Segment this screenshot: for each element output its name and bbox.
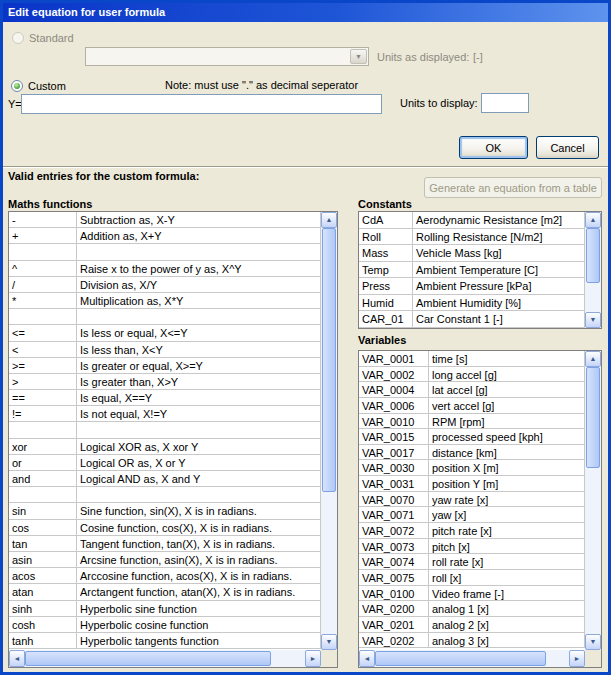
scroll-up-button[interactable]: ▲ (321, 212, 337, 228)
table-row[interactable]: tanhHyperbolic tangents function (9, 633, 321, 649)
table-row[interactable]: VAR_0201analog 2 [x] (359, 617, 585, 633)
table-row[interactable]: *Multiplication as, X*Y (9, 293, 321, 309)
table-row[interactable]: asinArcsine function, asin(X), X is in r… (9, 552, 321, 568)
table-row[interactable]: ==Is equal, X==Y (9, 390, 321, 406)
table-row[interactable]: tanTangent function, tan(X), X is in rad… (9, 536, 321, 552)
table-cell: distance [km] (429, 445, 585, 461)
table-row[interactable]: CdAAerodynamic Resistance [m2] (359, 212, 585, 229)
table-row[interactable]: sinSine function, sin(X), X is in radian… (9, 503, 321, 519)
table-cell: < (9, 342, 77, 358)
units-input[interactable] (481, 93, 529, 113)
table-row[interactable]: VAR_0202analog 3 [x] (359, 633, 585, 649)
variables-vertical-scrollbar[interactable]: ▲ ▼ (585, 351, 601, 650)
scrollbar-track[interactable] (585, 367, 601, 634)
table-row[interactable]: VAR_0001time [s] (359, 351, 585, 367)
maths-vertical-scrollbar[interactable]: ▲ ▼ (321, 212, 337, 650)
scrollbar-thumb[interactable] (25, 651, 271, 666)
table-row[interactable]: atanArctangent function, atan(X), X is i… (9, 584, 321, 600)
table-row[interactable]: sinhHyperbolic sine function (9, 601, 321, 617)
table-row[interactable]: <=Is less or equal, X<=Y (9, 325, 321, 341)
table-cell (9, 422, 77, 438)
table-row[interactable]: VAR_0075roll [x] (359, 570, 585, 586)
window-titlebar[interactable]: Edit equation for user formula (3, 3, 608, 22)
table-row[interactable]: <Is less than, X<Y (9, 342, 321, 358)
table-cell: RPM [rpm] (429, 414, 585, 430)
table-row[interactable]: cosCosine function, cos(X), X is in radi… (9, 520, 321, 536)
scrollbar-track[interactable] (25, 650, 305, 667)
scrollbar-thumb[interactable] (322, 228, 336, 492)
scroll-left-button[interactable]: ◄ (9, 650, 25, 667)
table-row[interactable]: VAR_0073pitch [x] (359, 539, 585, 555)
formula-input[interactable] (21, 94, 382, 114)
table-row[interactable]: VAR_0030position X [m] (359, 460, 585, 476)
scroll-up-button[interactable]: ▲ (585, 212, 601, 228)
variables-horizontal-scrollbar[interactable]: ◄ ► (359, 650, 585, 667)
table-row[interactable]: !=Is not equal, X!=Y (9, 406, 321, 422)
table-row[interactable]: ^Raise x to the power of y as, X^Y (9, 261, 321, 277)
table-row[interactable]: VAR_0004lat accel [g] (359, 382, 585, 398)
table-row[interactable] (9, 487, 321, 503)
table-row[interactable]: VAR_0200analog 1 [x] (359, 601, 585, 617)
constants-vertical-scrollbar[interactable]: ▲ ▼ (585, 212, 601, 328)
table-row[interactable]: andLogical AND as, X and Y (9, 471, 321, 487)
scroll-down-button[interactable]: ▼ (321, 634, 337, 650)
table-cell: Cosine function, cos(X), X is in radians… (77, 520, 321, 536)
scrollbar-thumb[interactable] (586, 228, 600, 283)
table-row[interactable]: >=Is greater or equal, X>=Y (9, 358, 321, 374)
standard-formula-dropdown[interactable]: ▼ (85, 47, 369, 66)
table-cell: vert accel [g] (429, 398, 585, 414)
scrollbar-thumb[interactable] (375, 651, 546, 666)
table-row[interactable]: xorLogical XOR as, X xor Y (9, 439, 321, 455)
scroll-up-button[interactable]: ▲ (585, 351, 601, 367)
table-row[interactable]: HumidAmbient Humidity [%] (359, 295, 585, 312)
table-row[interactable]: PressAmbient Pressure [kPa] (359, 278, 585, 295)
table-row[interactable]: VAR_0017distance [km] (359, 445, 585, 461)
table-row[interactable]: VAR_0070yaw rate [x] (359, 492, 585, 508)
table-row[interactable]: VAR_0071yaw [x] (359, 507, 585, 523)
scroll-up-icon: ▲ (590, 352, 597, 366)
table-cell: Hyperbolic sine function (77, 601, 321, 617)
table-row[interactable]: RollRolling Resistance [N/m2] (359, 229, 585, 246)
table-row[interactable]: TempAmbient Temperature [C] (359, 262, 585, 279)
scroll-right-button[interactable]: ► (569, 650, 585, 667)
table-row[interactable]: VAR_0002long accel [g] (359, 367, 585, 383)
table-row[interactable] (9, 309, 321, 325)
scrollbar-track[interactable] (585, 228, 601, 312)
cancel-button[interactable]: Cancel (536, 136, 599, 159)
table-cell: VAR_0074 (359, 554, 429, 570)
generate-equation-button[interactable]: Generate an equation from a table (424, 177, 602, 198)
scrollbar-thumb[interactable] (586, 367, 600, 468)
table-row[interactable]: VAR_0100Video frame [-] (359, 586, 585, 602)
ok-button[interactable]: OK (459, 136, 528, 159)
scroll-right-button[interactable]: ► (305, 650, 321, 667)
table-row[interactable]: +Addition as, X+Y (9, 228, 321, 244)
table-cell: pitch rate [x] (429, 523, 585, 539)
scrollbar-track[interactable] (375, 650, 569, 667)
table-row[interactable]: VAR_0015processed speed [kph] (359, 429, 585, 445)
table-row[interactable]: MassVehicle Mass [kg] (359, 245, 585, 262)
scroll-down-button[interactable]: ▼ (585, 634, 601, 650)
table-row[interactable]: VAR_0072pitch rate [x] (359, 523, 585, 539)
maths-horizontal-scrollbar[interactable]: ◄ ► (9, 650, 321, 667)
table-row[interactable]: coshHyperbolic cosine function (9, 617, 321, 633)
scroll-left-icon: ◄ (364, 652, 371, 666)
table-row[interactable]: VAR_0031position Y [m] (359, 476, 585, 492)
table-row[interactable]: VAR_0006vert accel [g] (359, 398, 585, 414)
scroll-down-button[interactable]: ▼ (585, 312, 601, 328)
scroll-left-button[interactable]: ◄ (359, 650, 375, 667)
custom-radio[interactable] (11, 80, 23, 92)
table-row[interactable]: VAR_0010RPM [rpm] (359, 414, 585, 430)
table-row[interactable] (9, 422, 321, 438)
table-row[interactable]: acosArccosine function, acos(X), X is in… (9, 568, 321, 584)
table-row[interactable]: -Subtraction as, X-Y (9, 212, 321, 228)
table-row[interactable]: orLogical OR as, X or Y (9, 455, 321, 471)
scrollbar-track[interactable] (321, 228, 337, 634)
table-row[interactable] (9, 244, 321, 260)
table-row[interactable]: /Division as, X/Y (9, 277, 321, 293)
table-row[interactable]: CAR_01Car Constant 1 [-] (359, 311, 585, 328)
section-divider (3, 166, 608, 168)
dropdown-button[interactable]: ▼ (350, 49, 367, 64)
standard-radio[interactable] (12, 32, 24, 44)
table-row[interactable]: VAR_0074roll rate [x] (359, 554, 585, 570)
table-row[interactable]: >Is greater than, X>Y (9, 374, 321, 390)
